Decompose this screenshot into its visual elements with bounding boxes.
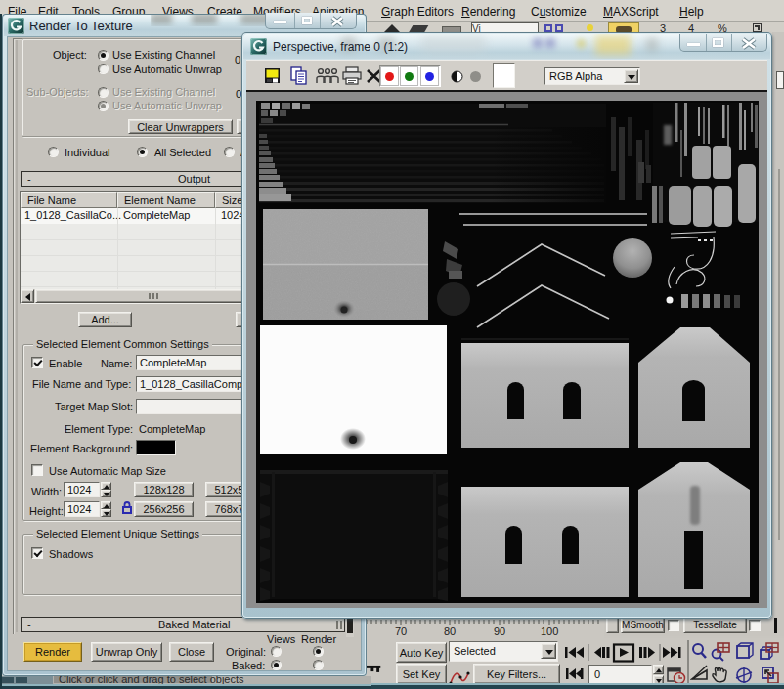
svg-text:90: 90 [494,625,505,637]
svg-text:100: 100 [541,625,558,637]
svg-text:80: 80 [444,625,456,637]
svg-text:70: 70 [395,625,407,637]
